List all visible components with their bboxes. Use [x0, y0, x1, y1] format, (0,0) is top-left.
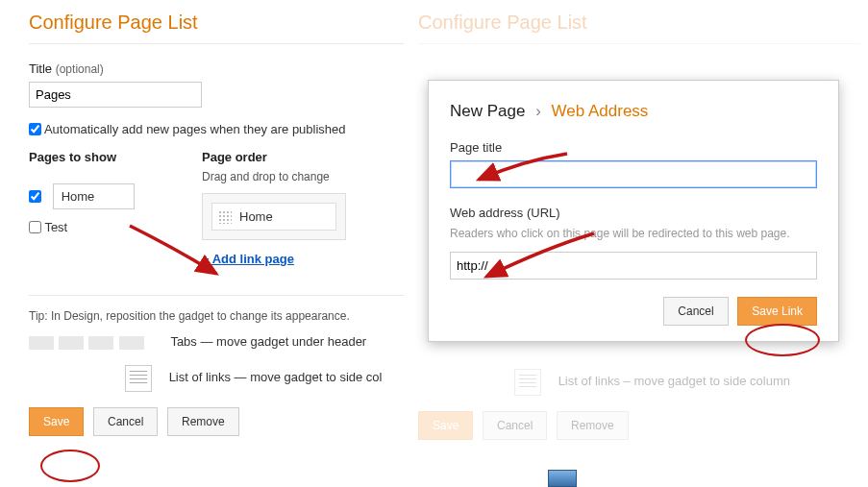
title-input[interactable]	[29, 82, 202, 108]
order-row-label: Home	[239, 209, 273, 224]
breadcrumb-root[interactable]: New Page	[450, 102, 525, 120]
page-label-test: Test	[44, 220, 67, 234]
cancel-button[interactable]: Cancel	[483, 411, 547, 440]
page-item-home: Home	[29, 183, 173, 209]
auto-add-row: Automatically add new pages when they ar…	[29, 121, 404, 136]
tip-text: Tip: In Design, reposition the gadget to…	[29, 309, 404, 323]
new-page-modal: New Page › Web Address Page title Web ad…	[428, 80, 839, 342]
button-row: Save Cancel Remove	[29, 407, 404, 436]
title-optional-text: (optional)	[56, 62, 104, 76]
columns: Pages to show Home Test Page order Drag …	[29, 150, 404, 266]
page-order-label: Page order	[202, 150, 404, 164]
configure-panel-left: Configure Page List Title (optional) Aut…	[0, 0, 404, 436]
modal-button-row: Cancel Save Link	[450, 297, 817, 326]
divider	[29, 43, 404, 44]
taskbar-thumbnail	[548, 470, 577, 487]
remove-button[interactable]: Remove	[167, 407, 239, 436]
list-hint-row: List of links – move gadget to side colu…	[418, 369, 860, 396]
page-checkbox-home[interactable]	[29, 190, 41, 203]
drag-grip-icon	[218, 210, 232, 224]
breadcrumb-leaf: Web Address	[552, 102, 649, 120]
page-title-input[interactable]	[450, 160, 817, 188]
url-label: Web address (URL)	[450, 206, 817, 220]
page-order-hint: Drag and drop to change	[202, 170, 404, 183]
auto-add-checkbox[interactable]	[29, 123, 41, 135]
breadcrumb: New Page › Web Address	[450, 102, 817, 121]
list-layout-icon	[514, 369, 541, 396]
url-group: Web address (URL) Readers who click on t…	[450, 206, 817, 280]
order-row-home[interactable]: Home	[211, 203, 336, 231]
page-order-box: Home	[202, 193, 346, 240]
list-hint-row: List of links — move gadget to side col	[29, 365, 404, 392]
list-hint-text: List of links – move gadget to side colu…	[558, 374, 790, 388]
divider	[29, 295, 404, 296]
save-link-button[interactable]: Save Link	[737, 297, 817, 326]
pages-to-show-label: Pages to show	[29, 150, 173, 164]
auto-add-label: Automatically add new pages when they ar…	[44, 122, 346, 136]
panel-heading: Configure Page List	[418, 12, 860, 43]
page-label-home: Home	[53, 183, 135, 209]
save-button[interactable]: Save	[29, 407, 84, 436]
page-item-test: Test	[29, 219, 173, 234]
cancel-button[interactable]: Cancel	[93, 407, 158, 436]
tabs-hint-row: Tabs — move gadget under header	[29, 334, 404, 350]
remove-button[interactable]: Remove	[557, 411, 629, 440]
tabs-hint-text: Tabs — move gadget under header	[170, 334, 366, 349]
pages-to-show-col: Pages to show Home Test	[29, 150, 173, 266]
title-label-text: Title	[29, 61, 52, 76]
page-order-col: Page order Drag and drop to change Home …	[202, 150, 404, 266]
list-layout-icon	[125, 365, 152, 392]
annotation-ellipse	[40, 450, 100, 482]
list-hint-text: List of links — move gadget to side col	[169, 370, 383, 384]
page-title-group: Page title	[450, 140, 817, 188]
add-link-page-link[interactable]: + Add link page	[202, 252, 294, 266]
page-title-label: Page title	[450, 140, 817, 155]
url-hint: Readers who click on this page will be r…	[450, 226, 817, 242]
chevron-right-icon: ›	[535, 102, 541, 120]
cancel-button[interactable]: Cancel	[663, 297, 728, 326]
page-checkbox-test[interactable]	[29, 221, 41, 233]
divider	[418, 43, 860, 44]
tabs-layout-icon	[29, 336, 154, 350]
url-input[interactable]	[450, 252, 817, 280]
save-button[interactable]: Save	[418, 411, 473, 440]
panel-heading: Configure Page List	[29, 12, 404, 43]
button-row: Save Cancel Remove	[418, 411, 860, 440]
title-label: Title (optional)	[29, 61, 404, 76]
